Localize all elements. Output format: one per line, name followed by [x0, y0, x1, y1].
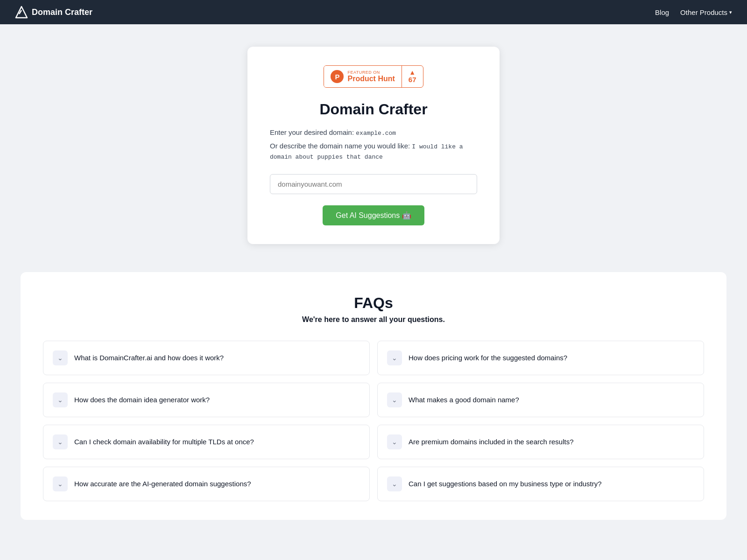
faq-item[interactable]: ⌄ Are premium domains included in the se… — [377, 425, 704, 459]
faq-section: FAQs We're here to answer all your quest… — [21, 272, 726, 520]
brand-icon — [15, 6, 28, 19]
ph-text: FEATURED ON Product Hunt — [347, 70, 395, 83]
desc-prefix-2: Or describe the domain name you would li… — [270, 142, 410, 150]
cta-label: Get AI Suggestions 🤖 — [336, 211, 411, 220]
faq-question: How does pricing work for the suggested … — [409, 354, 567, 362]
faq-question: What is DomainCrafter.ai and how does it… — [74, 354, 224, 362]
hero-card: P FEATURED ON Product Hunt ▲ 67 Domain C… — [247, 47, 500, 244]
ph-badge-left: P FEATURED ON Product Hunt — [324, 66, 402, 87]
hero-title: Domain Crafter — [319, 101, 427, 118]
faq-item[interactable]: ⌄ How does pricing work for the suggeste… — [377, 341, 704, 375]
cta-button[interactable]: Get AI Suggestions 🤖 — [323, 205, 424, 225]
product-hunt-badge[interactable]: P FEATURED ON Product Hunt ▲ 67 — [324, 65, 423, 88]
desc-line-2: Or describe the domain name you would li… — [270, 141, 477, 162]
faq-heading: FAQs — [43, 294, 704, 312]
faq-item[interactable]: ⌄ How does the domain idea generator wor… — [43, 383, 370, 417]
brand-logo[interactable]: Domain Crafter — [15, 6, 92, 19]
faq-chevron-icon: ⌄ — [387, 476, 402, 491]
faq-chevron-icon: ⌄ — [53, 392, 68, 407]
faq-question: Are premium domains included in the sear… — [409, 438, 574, 446]
faq-item[interactable]: ⌄ Can I get suggestions based on my busi… — [377, 467, 704, 501]
faq-chevron-icon: ⌄ — [53, 476, 68, 491]
faq-item[interactable]: ⌄ What is DomainCrafter.ai and how does … — [43, 341, 370, 375]
faq-question: How does the domain idea generator work? — [74, 396, 210, 404]
faq-chevron-icon: ⌄ — [387, 434, 402, 449]
faq-chevron-icon: ⌄ — [387, 350, 402, 365]
ph-vote-count: 67 — [409, 76, 416, 84]
desc-code-1: example.com — [356, 130, 396, 137]
desc-prefix-1: Enter your desired domain: — [270, 128, 354, 136]
faq-item[interactable]: ⌄ What makes a good domain name? — [377, 383, 704, 417]
navbar-links: Blog Other Products ▾ — [655, 8, 732, 16]
ph-circle-icon: P — [331, 70, 344, 83]
faq-grid: ⌄ What is DomainCrafter.ai and how does … — [43, 341, 704, 501]
hero-description: Enter your desired domain: example.com O… — [270, 127, 477, 165]
faq-question: Can I check domain availability for mult… — [74, 438, 254, 446]
other-products-dropdown[interactable]: Other Products ▾ — [680, 8, 732, 16]
hero-section: P FEATURED ON Product Hunt ▲ 67 Domain C… — [0, 24, 747, 272]
faq-chevron-icon: ⌄ — [53, 350, 68, 365]
faq-item[interactable]: ⌄ Can I check domain availability for mu… — [43, 425, 370, 459]
faq-chevron-icon: ⌄ — [387, 392, 402, 407]
ph-arrow-icon: ▲ — [409, 69, 416, 76]
svg-marker-0 — [16, 7, 27, 18]
ph-badge-right: ▲ 67 — [402, 69, 423, 84]
ph-featured-on-label: FEATURED ON — [347, 70, 395, 75]
faq-chevron-icon: ⌄ — [53, 434, 68, 449]
desc-line-1: Enter your desired domain: example.com — [270, 127, 477, 138]
faq-question: How accurate are the AI-generated domain… — [74, 480, 251, 488]
domain-input[interactable] — [270, 174, 477, 194]
blog-link[interactable]: Blog — [655, 8, 669, 16]
faq-question: Can I get suggestions based on my busine… — [409, 480, 602, 488]
faq-subheading: We're here to answer all your questions. — [43, 315, 704, 324]
faq-question: What makes a good domain name? — [409, 396, 519, 404]
brand-name: Domain Crafter — [32, 7, 92, 17]
ph-product-hunt-label: Product Hunt — [347, 75, 395, 83]
chevron-down-icon: ▾ — [729, 9, 732, 15]
navbar: Domain Crafter Blog Other Products ▾ — [0, 0, 747, 24]
faq-item[interactable]: ⌄ How accurate are the AI-generated doma… — [43, 467, 370, 501]
